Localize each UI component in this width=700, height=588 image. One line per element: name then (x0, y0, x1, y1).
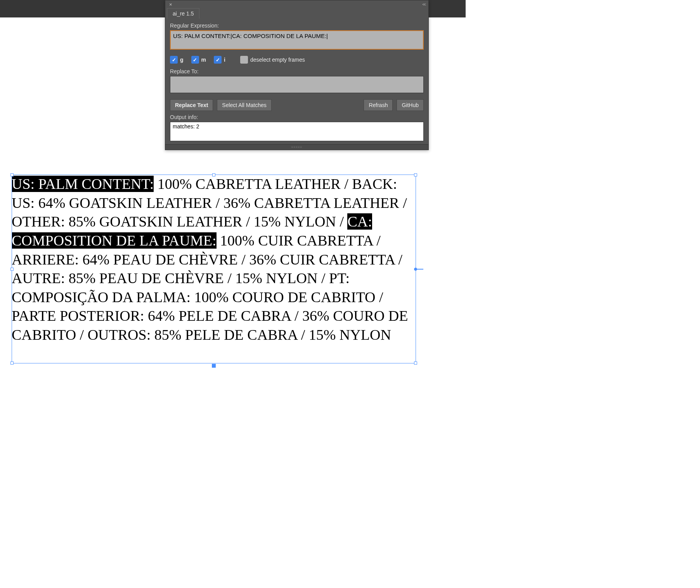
panel-header: × << (165, 0, 428, 8)
collapse-icon[interactable]: << (422, 2, 425, 7)
tab-ai-re[interactable]: ai_re 1.5 (167, 8, 199, 17)
regex-panel: × << ai_re 1.5 Regular Expression: ✓ g ✓… (165, 0, 429, 17)
close-icon[interactable]: × (168, 2, 174, 7)
panel-tab-row: ai_re 1.5 (165, 8, 428, 17)
